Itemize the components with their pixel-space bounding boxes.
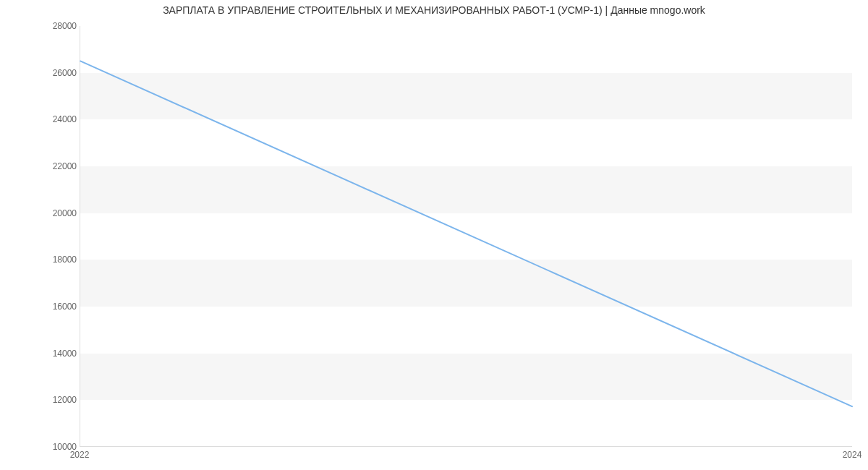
y-tick-label: 14000 xyxy=(33,349,77,359)
y-tick-label: 20000 xyxy=(33,208,77,218)
y-tick-label: 28000 xyxy=(33,21,77,31)
chart-title: ЗАРПЛАТА В УПРАВЛЕНИЕ СТРОИТЕЛЬНЫХ И МЕХ… xyxy=(0,4,868,16)
y-tick-label: 16000 xyxy=(33,302,77,312)
line-chart: ЗАРПЛАТА В УПРАВЛЕНИЕ СТРОИТЕЛЬНЫХ И МЕХ… xyxy=(0,0,868,470)
x-tick-label: 2022 xyxy=(70,450,90,460)
x-tick-label: 2024 xyxy=(843,450,862,460)
y-tick-label: 26000 xyxy=(33,68,77,78)
y-tick-label: 24000 xyxy=(33,114,77,124)
data-line xyxy=(80,26,852,446)
y-tick-label: 22000 xyxy=(33,161,77,171)
plot-area xyxy=(80,26,852,447)
y-tick-label: 18000 xyxy=(33,255,77,265)
y-tick-label: 12000 xyxy=(33,395,77,405)
